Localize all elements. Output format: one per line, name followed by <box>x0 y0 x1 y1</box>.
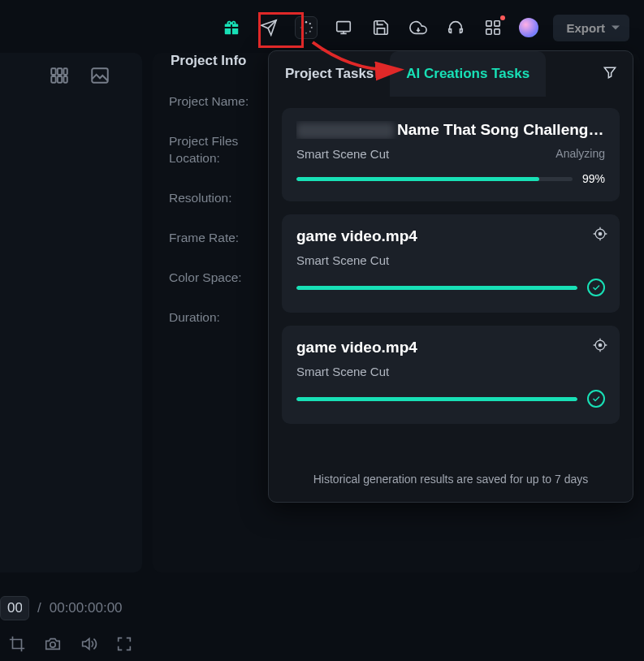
svg-rect-10 <box>495 21 499 26</box>
task-subtitle: Smart Scene Cut <box>296 365 389 378</box>
export-button[interactable]: Export <box>553 15 629 41</box>
svg-rect-18 <box>63 76 67 83</box>
svg-point-2 <box>311 27 313 28</box>
crop-icon[interactable] <box>8 635 26 656</box>
progress-percent-label: 99% <box>582 172 605 185</box>
locate-target-icon[interactable] <box>592 337 608 356</box>
task-subtitle: Smart Scene Cut <box>296 253 389 267</box>
grid-view-icon[interactable] <box>49 65 70 89</box>
task-title: game video.mp4 <box>296 339 605 356</box>
progress-bar <box>296 286 577 290</box>
top-toolbar: Export <box>220 8 636 47</box>
progress-bar <box>296 177 573 181</box>
task-list: Name That Song Challeng… Smart Scene Cut… <box>269 97 633 424</box>
snapshot-camera-icon[interactable] <box>44 635 62 656</box>
task-item[interactable]: Name That Song Challeng… Smart Scene Cut… <box>282 108 620 201</box>
progress-bar <box>296 397 577 401</box>
apps-grid-icon[interactable] <box>482 16 504 39</box>
svg-point-21 <box>599 232 601 235</box>
task-title: Name That Song Challeng… <box>296 121 605 139</box>
paper-plane-icon[interactable] <box>257 16 280 39</box>
svg-point-24 <box>50 642 55 647</box>
tasks-dropdown-card: Project Tasks AI Creations Tasks Name Th… <box>268 50 633 503</box>
svg-rect-15 <box>63 68 67 75</box>
tab-ai-creations-tasks[interactable]: AI Creations Tasks <box>390 51 546 97</box>
svg-point-7 <box>302 24 303 24</box>
svg-point-23 <box>599 343 601 346</box>
task-item[interactable]: game video.mp4 Smart Scene Cut <box>282 326 620 424</box>
svg-rect-19 <box>92 68 108 82</box>
monitor-icon[interactable] <box>332 16 355 39</box>
fullscreen-icon[interactable] <box>115 635 133 656</box>
svg-rect-12 <box>495 29 499 34</box>
timecode-input[interactable] <box>0 596 29 620</box>
task-subtitle: Smart Scene Cut <box>296 147 389 161</box>
timeline-area: / 00:00:00:00 <box>0 596 644 661</box>
svg-point-4 <box>306 32 308 34</box>
left-view-tools <box>49 65 110 89</box>
volume-icon[interactable] <box>80 635 97 656</box>
svg-rect-9 <box>486 21 491 26</box>
svg-rect-8 <box>337 22 351 32</box>
headset-icon[interactable] <box>444 16 467 39</box>
svg-point-0 <box>305 21 307 23</box>
check-complete-icon <box>587 390 605 408</box>
task-status-text: Analyzing <box>555 147 605 161</box>
redacted-text <box>296 123 394 139</box>
task-title: game video.mp4 <box>296 227 605 245</box>
timecode-separator: / <box>37 600 41 616</box>
svg-rect-13 <box>51 68 55 75</box>
tasks-footer-note: Historical generation results are saved … <box>269 473 633 486</box>
gift-icon[interactable] <box>220 16 243 39</box>
svg-point-3 <box>309 31 311 32</box>
image-view-icon[interactable] <box>89 65 110 89</box>
loading-spinner-icon[interactable] <box>295 16 318 39</box>
svg-rect-14 <box>58 68 62 75</box>
svg-point-6 <box>300 27 302 28</box>
cloud-download-icon[interactable] <box>407 16 430 39</box>
save-icon[interactable] <box>370 16 392 39</box>
locate-target-icon[interactable] <box>592 226 608 245</box>
user-avatar[interactable] <box>519 18 538 37</box>
svg-point-1 <box>309 23 311 24</box>
filter-icon[interactable] <box>602 64 618 84</box>
svg-point-5 <box>302 31 304 32</box>
svg-rect-16 <box>51 76 55 83</box>
tasks-tab-header: Project Tasks AI Creations Tasks <box>269 51 633 97</box>
svg-rect-11 <box>486 29 491 34</box>
check-complete-icon <box>587 279 605 296</box>
svg-rect-17 <box>58 76 62 83</box>
timecode-duration: 00:00:00:00 <box>50 600 123 616</box>
task-item[interactable]: game video.mp4 Smart Scene Cut <box>282 214 620 313</box>
tab-project-tasks[interactable]: Project Tasks <box>269 51 390 97</box>
